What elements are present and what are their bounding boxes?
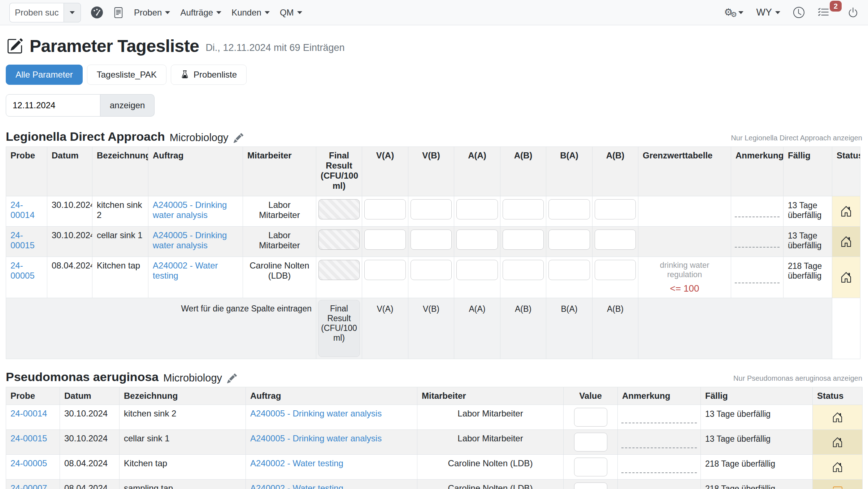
probe-link[interactable]: 24-00014 — [10, 200, 35, 220]
settings-menu[interactable]: ⚙⚙ — [724, 6, 743, 19]
table-row: 24-00015 30.10.2024 cellar sink 1 A24000… — [6, 227, 860, 257]
logout-button[interactable] — [847, 7, 859, 18]
menu-kunden[interactable]: Kunden — [231, 8, 270, 18]
anmerkung-input[interactable] — [621, 412, 697, 423]
datum-cell: 08.04.2024 — [47, 257, 92, 298]
auftrag-link[interactable]: A240005 - Drinking water analysis — [250, 409, 382, 418]
fill-ba-button[interactable]: B(A) — [559, 304, 580, 314]
value-input[interactable] — [574, 408, 607, 427]
ba-input[interactable] — [548, 230, 590, 250]
menu-proben[interactable]: Proben — [134, 8, 170, 18]
probe-link[interactable]: 24-00015 — [10, 230, 35, 250]
probe-link[interactable]: 24-00005 — [10, 458, 47, 468]
house-icon — [840, 205, 852, 217]
pencil-icon[interactable] — [234, 133, 243, 143]
final-result-input-disabled — [318, 230, 360, 250]
anmerkung-input[interactable] — [621, 487, 697, 489]
anmerkung-input[interactable] — [735, 206, 780, 217]
auftrag-link[interactable]: A240005 - Drinking water analysis — [250, 433, 382, 443]
faellig-cell: 218 Tage überfällig — [701, 480, 813, 489]
status-cell — [813, 455, 863, 480]
datum-cell: 08.04.2024 — [60, 455, 120, 480]
dashboard-button[interactable] — [91, 6, 103, 18]
status-cell — [813, 480, 863, 489]
speedometer-icon — [91, 6, 103, 18]
tab-alle-parameter[interactable]: Alle Parameter — [6, 65, 83, 85]
anmerkung-input[interactable] — [621, 437, 697, 448]
pencil-icon[interactable] — [227, 374, 237, 383]
column-fill-label: Wert für die ganze Spalte eintragen — [6, 298, 316, 359]
menu-auftraege[interactable]: Aufträge — [180, 8, 221, 18]
col-ba: B(A) — [546, 147, 593, 196]
search-dropdown-button[interactable] — [64, 3, 81, 22]
value-input[interactable] — [574, 433, 607, 451]
ab-input[interactable] — [503, 199, 544, 219]
date-input[interactable] — [6, 94, 100, 117]
ab-input[interactable] — [503, 260, 544, 280]
col-auftrag: Auftrag — [148, 147, 243, 196]
fill-ab-button[interactable]: A(B) — [513, 304, 534, 314]
va-input[interactable] — [364, 230, 406, 250]
aa-input[interactable] — [456, 199, 498, 219]
ab-input[interactable] — [503, 230, 544, 250]
menu-qm-label: QM — [280, 8, 294, 18]
power-icon — [847, 7, 859, 18]
col-datum: Datum — [60, 387, 120, 405]
aa-input[interactable] — [456, 230, 498, 250]
ab2-input[interactable] — [595, 260, 636, 280]
col-bezeichnung: Bezeichnung — [92, 147, 148, 196]
show-button[interactable]: anzeigen — [100, 94, 155, 117]
vb-input[interactable] — [411, 260, 452, 280]
col-ab2: A(B) — [593, 147, 638, 196]
documents-button[interactable] — [113, 7, 124, 18]
caret-down-icon — [165, 11, 170, 14]
tasks-button[interactable]: 2 — [817, 6, 829, 18]
auftrag-link[interactable]: A240005 - Drinking water analysis — [153, 200, 227, 220]
vb-input[interactable] — [411, 199, 452, 219]
edit-icon — [6, 38, 23, 54]
probe-link[interactable]: 24-00005 — [10, 261, 35, 280]
auftrag-link[interactable]: A240002 - Water testing — [153, 261, 218, 280]
tab-tagesliste-pak[interactable]: Tagesliste_PAK — [87, 65, 166, 85]
pseudomonas-title: Pseudomonas aeruginosa — [6, 370, 159, 384]
probe-link[interactable]: 24-00007 — [10, 483, 47, 489]
anmerkung-input[interactable] — [735, 237, 780, 248]
value-input[interactable] — [574, 458, 607, 476]
fill-ab2-button[interactable]: A(B) — [605, 304, 626, 314]
va-input[interactable] — [364, 199, 406, 219]
bezeichnung-cell: cellar sink 1 — [92, 227, 148, 257]
ba-input[interactable] — [548, 199, 590, 219]
auftrag-link[interactable]: A240002 - Water testing — [250, 458, 343, 468]
pseudomonas-only-link[interactable]: Nur Pseudomonas aeruginosa anzeigen — [733, 374, 862, 383]
table-row: 24-00007 08.04.2024 sampling tap A240002… — [6, 480, 863, 489]
col-auftrag: Auftrag — [246, 387, 417, 405]
bezeichnung-cell: Kitchen tap — [120, 455, 246, 480]
anmerkung-input[interactable] — [735, 272, 780, 283]
fill-vb-button[interactable]: V(B) — [421, 304, 442, 314]
page-title: Parameter Tagesliste — [30, 36, 199, 56]
aa-input[interactable] — [456, 260, 498, 280]
user-menu[interactable]: WY — [756, 7, 781, 18]
ba-input[interactable] — [548, 260, 590, 280]
value-input[interactable] — [574, 483, 607, 489]
menu-qm[interactable]: QM — [280, 8, 302, 18]
fill-aa-button[interactable]: A(A) — [467, 304, 488, 314]
auftrag-link[interactable]: A240005 - Drinking water analysis — [153, 230, 227, 250]
anmerkung-input[interactable] — [621, 462, 697, 473]
search-input[interactable] — [9, 3, 64, 22]
fill-va-button[interactable]: V(A) — [375, 304, 396, 314]
fill-final-result-button[interactable]: Final Result (CFU/100 ml) — [318, 300, 360, 357]
probe-link[interactable]: 24-00014 — [10, 409, 47, 418]
history-button[interactable] — [793, 7, 804, 18]
ab2-input[interactable] — [595, 230, 636, 250]
probe-link[interactable]: 24-00015 — [10, 433, 47, 443]
tasks-checklist-icon — [817, 6, 829, 18]
auftrag-link[interactable]: A240002 - Water testing — [250, 483, 343, 489]
va-input[interactable] — [364, 260, 406, 280]
col-final-result: Final Result (CFU/100 ml) — [316, 147, 362, 196]
legionella-only-link[interactable]: Nur Legionella Direct Approach anzeigen — [731, 134, 862, 142]
vb-input[interactable] — [411, 230, 452, 250]
ab2-input[interactable] — [595, 199, 636, 219]
house-icon — [832, 462, 843, 473]
tab-probenliste[interactable]: Probenliste — [171, 65, 247, 85]
